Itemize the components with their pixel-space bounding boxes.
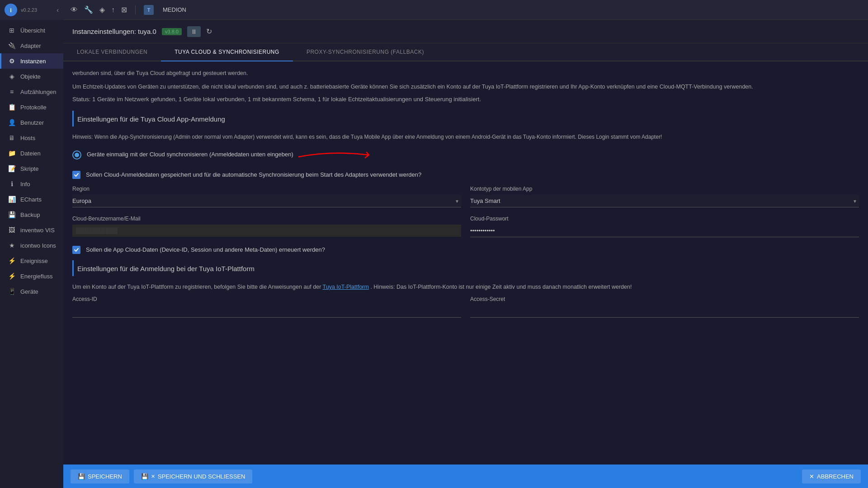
upload-icon[interactable]: ↑ <box>111 6 115 14</box>
email-password-row: Cloud-Benutzername/E-Mail Cloud-Passwort <box>72 216 859 237</box>
save-icon: 💾 <box>78 473 85 480</box>
bottom-bar: 💾 SPEICHERN 💾 ✕ SPEICHERN UND SCHLIESSEN… <box>63 465 868 488</box>
email-field[interactable] <box>72 225 461 237</box>
sidebar-item-backup[interactable]: 💾 Backup <box>0 207 63 222</box>
energy-icon: ⚡ <box>8 272 16 280</box>
folder-icon: 📁 <box>8 150 16 157</box>
region-apptype-row: Region Europa Amerika Asien Indien Konto… <box>72 186 859 207</box>
save-label: SPEICHERN <box>88 473 122 480</box>
sidebar-item-label: Dateien <box>20 150 41 157</box>
intro-text: verbunden sind, über die Tuya Cloud abge… <box>72 69 859 78</box>
warning-text: Hinweis: Wenn die App-Synchronisierung (… <box>72 133 859 141</box>
sidebar-item-energiefluss[interactable]: ⚡ Energiefluss <box>0 268 63 284</box>
block-icon[interactable]: ⊠ <box>121 5 127 14</box>
sidebar-item-label: Übersicht <box>20 27 45 34</box>
sidebar-item-hosts[interactable]: 🖥 Hosts <box>0 130 63 145</box>
star-icon: ★ <box>8 242 16 249</box>
sidebar-item-inventwo[interactable]: 🖼 inventwo VIS <box>0 222 63 238</box>
region-select[interactable]: Europa Amerika Asien Indien <box>72 195 461 207</box>
sidebar-item-instanzen[interactable]: ⚙ Instanzen <box>0 53 63 69</box>
save-close-button[interactable]: 💾 ✕ SPEICHERN UND SCHLIESSEN <box>134 469 253 483</box>
objects-icon[interactable]: ◈ <box>99 5 105 14</box>
sync-row: Geräte einmalig mit der Cloud synchronis… <box>72 149 859 161</box>
sidebar-nav: ⊞ Übersicht 🔌 Adapter ⚙ Instanzen ◈ Obje… <box>0 20 63 488</box>
sidebar-item-label: Hosts <box>20 135 35 141</box>
sidebar-collapse-button[interactable]: ‹ <box>57 6 59 14</box>
app-type-select-wrapper: Tuya Smart Smart Life <box>470 195 859 207</box>
sidebar-item-adapter[interactable]: 🔌 Adapter <box>0 38 63 53</box>
sync-label: Geräte einmalig mit der Cloud synchronis… <box>87 149 396 161</box>
sidebar-item-icontwo[interactable]: ★ icontwo Icons <box>0 238 63 253</box>
page-title: Instanzeinstellungen: tuya.0 <box>72 28 156 35</box>
sidebar-item-label: ECharts <box>20 196 42 203</box>
sidebar-item-label: Instanzen <box>20 58 46 65</box>
refresh-data-checkbox[interactable] <box>72 246 80 254</box>
user-icon: 👤 <box>8 119 16 126</box>
cloud-save-checkbox[interactable] <box>72 171 80 179</box>
device-icon: 📱 <box>8 288 16 295</box>
sidebar-item-gerate[interactable]: 📱 Geräte <box>0 284 63 299</box>
region-select-wrapper: Europa Amerika Asien Indien <box>72 195 461 207</box>
password-field[interactable] <box>470 225 859 237</box>
app-version: v0.2.23 <box>21 7 37 13</box>
sidebar-item-ereignisse[interactable]: ⚡ Ereignisse <box>0 253 63 268</box>
refresh-data-label: Sollen die App Cloud-Daten (Device-ID, S… <box>86 245 325 254</box>
sidebar-item-aufzahlungen[interactable]: ≡ Aufzählungen <box>0 84 63 99</box>
region-label: Region <box>72 186 461 192</box>
password-label: Cloud-Passwort <box>470 216 859 222</box>
access-row: Access-ID Access-Secret <box>72 296 859 318</box>
sidebar-item-label: Ereignisse <box>20 258 48 264</box>
version-badge: v3.8.0 <box>162 28 182 35</box>
sidebar-item-label: icontwo Icons <box>20 242 56 249</box>
access-secret-group: Access-Secret <box>470 296 859 318</box>
x-icon: ✕ <box>151 474 155 479</box>
section2-header: Einstellungen für die Anmeldung bei der … <box>72 260 859 276</box>
plug-icon: 🔌 <box>8 42 16 49</box>
app-type-select[interactable]: Tuya Smart Smart Life <box>470 195 859 207</box>
sidebar-item-echarts[interactable]: 📊 ECharts <box>0 192 63 207</box>
sidebar-item-protokolle[interactable]: 📋 Protokolle <box>0 99 63 115</box>
script-icon: 📝 <box>8 165 16 172</box>
sidebar-item-ubersicht[interactable]: ⊞ Übersicht <box>0 23 63 38</box>
tab-proxy[interactable]: PROXY-SYNCHRONISIERUNG (FALLBACK) <box>293 43 438 61</box>
main-area: 👁 🔧 ◈ ↑ ⊠ T MEDION Instanzeinstellungen:… <box>63 0 868 488</box>
sidebar-header: i v0.2.23 ‹ <box>0 0 63 20</box>
checkmark2-icon <box>74 247 79 253</box>
sync-radio[interactable] <box>72 150 81 160</box>
sidebar-item-dateien[interactable]: 📁 Dateien <box>0 145 63 161</box>
status-bar: Status: 1 Geräte im Netzwerk gefunden, 1… <box>72 96 859 103</box>
tab-tuya[interactable]: TUYA CLOUD & SYNCHRONISIERUNG <box>161 43 293 61</box>
sidebar-item-info[interactable]: ℹ Info <box>0 176 63 192</box>
password-group: Cloud-Passwort <box>470 216 859 237</box>
access-secret-field[interactable] <box>470 305 859 318</box>
info-icon: ℹ <box>8 180 16 188</box>
tab-bar: LOKALE VERBINDUNGEN TUYA CLOUD & SYNCHRO… <box>63 43 868 61</box>
cloud-save-label: Sollen Cloud-Anmeldedaten gespeichert un… <box>86 170 421 179</box>
cancel-label: ABBRECHEN <box>817 473 854 480</box>
section1-header: Einstellungen für die Tuya Cloud App-Anm… <box>72 111 859 127</box>
grid-icon: ⊞ <box>8 27 16 34</box>
sidebar-item-label: Objekte <box>20 73 41 80</box>
app-type-label: Kontotyp der mobilen App <box>470 186 859 192</box>
access-secret-label: Access-Secret <box>470 296 859 302</box>
diamond-icon: ◈ <box>8 73 16 80</box>
tab-lokale[interactable]: LOKALE VERBINDUNGEN <box>63 43 161 61</box>
sidebar-item-benutzer[interactable]: 👤 Benutzer <box>0 115 63 130</box>
wrench-icon[interactable]: 🔧 <box>84 5 93 14</box>
topbar: 👁 🔧 ◈ ↑ ⊠ T MEDION <box>63 0 868 20</box>
cancel-icon: ✕ <box>809 473 814 480</box>
pause-button[interactable]: ⏸ <box>187 26 201 37</box>
cancel-button[interactable]: ✕ ABBRECHEN <box>802 469 861 483</box>
access-id-field[interactable] <box>72 305 461 318</box>
sidebar-item-skripte[interactable]: 📝 Skripte <box>0 161 63 176</box>
checkmark-icon <box>74 172 79 178</box>
save-button[interactable]: 💾 SPEICHERN <box>71 469 129 483</box>
sidebar-item-objekte[interactable]: ◈ Objekte <box>0 69 63 84</box>
tuya-badge: T <box>144 5 154 15</box>
iot-platform-link[interactable]: Tuya IoT-Plattform <box>323 284 369 290</box>
sidebar-item-label: Adapter <box>20 42 41 49</box>
refresh-button[interactable]: ↻ <box>206 27 212 36</box>
sidebar-item-label: Energiefluss <box>20 273 53 280</box>
eye-icon[interactable]: 👁 <box>71 6 78 14</box>
email-label: Cloud-Benutzername/E-Mail <box>72 216 461 222</box>
